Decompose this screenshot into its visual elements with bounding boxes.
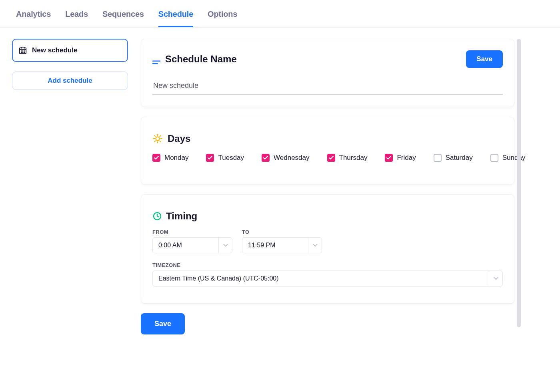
tab-schedule[interactable]: Schedule xyxy=(158,10,193,27)
sun-icon xyxy=(152,133,163,144)
from-time-select[interactable]: 0:00 AM xyxy=(152,237,232,253)
calendar-icon xyxy=(18,46,27,55)
chevron-down-icon xyxy=(308,238,322,253)
day-monday[interactable]: Monday xyxy=(152,154,188,162)
timezone-select[interactable]: Eastern Time (US & Canada) (UTC-05:00) xyxy=(152,271,503,287)
svg-line-20 xyxy=(160,135,160,136)
tab-analytics[interactable]: Analytics xyxy=(16,10,51,27)
checkbox-icon xyxy=(262,154,270,162)
to-time-select[interactable]: 11:59 PM xyxy=(242,237,322,253)
timing-card: Timing FROM 0:00 AM TO 11:59 PM xyxy=(141,194,514,304)
from-label: FROM xyxy=(152,229,232,235)
days-card: Days Monday Tuesday xyxy=(141,117,514,185)
day-label: Wednesday xyxy=(274,154,309,162)
schedule-name-input[interactable] xyxy=(152,79,503,95)
checkbox-icon xyxy=(327,154,335,162)
main-column: Schedule Name Save xyxy=(141,39,514,334)
from-time-value: 0:00 AM xyxy=(153,242,218,249)
checkbox-icon xyxy=(385,154,393,162)
chevron-down-icon xyxy=(218,238,232,253)
svg-point-7 xyxy=(21,52,22,53)
svg-point-4 xyxy=(21,51,22,51)
to-time-value: 11:59 PM xyxy=(242,242,308,249)
day-saturday[interactable]: Saturday xyxy=(434,154,473,162)
svg-point-5 xyxy=(22,51,23,51)
timezone-value: Eastern Time (US & Canada) (UTC-05:00) xyxy=(153,275,489,282)
day-wednesday[interactable]: Wednesday xyxy=(262,154,309,162)
schedule-name-card: Schedule Name Save xyxy=(141,39,514,107)
day-tuesday[interactable]: Tuesday xyxy=(206,154,244,162)
checkbox-icon xyxy=(206,154,214,162)
sidebar-item-label: New schedule xyxy=(32,46,77,54)
scrollbar[interactable] xyxy=(517,39,521,327)
day-label: Friday xyxy=(397,154,416,162)
tab-leads[interactable]: Leads xyxy=(65,10,88,27)
chevron-down-icon xyxy=(489,271,502,286)
filter-icon xyxy=(152,56,160,62)
checkbox-icon xyxy=(152,154,160,162)
day-label: Monday xyxy=(164,154,188,162)
day-label: Thursday xyxy=(339,154,368,162)
svg-point-8 xyxy=(22,52,23,53)
tab-options[interactable]: Options xyxy=(208,10,237,27)
save-button-bottom[interactable]: Save xyxy=(141,313,185,334)
days-title-text: Days xyxy=(168,133,190,144)
to-label: TO xyxy=(242,229,322,235)
schedule-name-title: Schedule Name xyxy=(165,54,237,65)
svg-point-9 xyxy=(24,52,24,53)
save-button[interactable]: Save xyxy=(466,50,503,68)
svg-point-6 xyxy=(24,51,24,51)
tab-sequences[interactable]: Sequences xyxy=(102,10,144,27)
day-thursday[interactable]: Thursday xyxy=(327,154,368,162)
day-label: Tuesday xyxy=(218,154,244,162)
checkbox-icon xyxy=(490,154,498,162)
timezone-label: TIMEZONE xyxy=(152,262,503,268)
timing-title-text: Timing xyxy=(166,211,197,222)
day-label: Saturday xyxy=(446,154,473,162)
svg-line-17 xyxy=(154,135,155,136)
sidebar-item-new-schedule[interactable]: New schedule xyxy=(12,39,128,62)
checkbox-icon xyxy=(434,154,442,162)
sidebar: New schedule Add schedule xyxy=(12,39,128,334)
svg-point-12 xyxy=(156,137,159,140)
tabs-bar: Analytics Leads Sequences Schedule Optio… xyxy=(0,0,560,28)
day-label: Sunday xyxy=(502,154,526,162)
svg-line-19 xyxy=(154,141,155,141)
days-row: Monday Tuesday Wednesday xyxy=(152,154,503,162)
add-schedule-button[interactable]: Add schedule xyxy=(12,72,128,90)
day-friday[interactable]: Friday xyxy=(385,154,416,162)
clock-icon xyxy=(152,211,162,221)
svg-line-18 xyxy=(160,141,160,141)
